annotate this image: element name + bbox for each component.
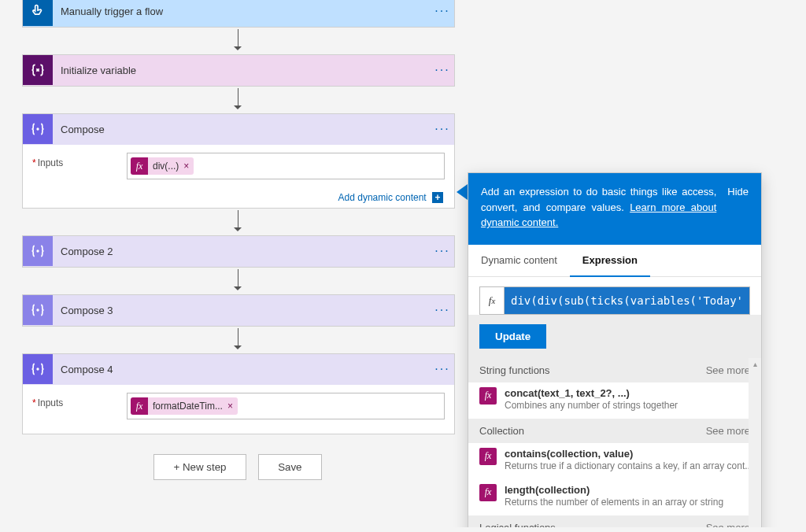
save-button[interactable]: Save bbox=[258, 454, 321, 480]
init-var-title: Initialize variable bbox=[53, 65, 431, 76]
tab-expression[interactable]: Expression bbox=[570, 245, 650, 277]
fx-icon: fx bbox=[131, 397, 148, 415]
svg-point-1 bbox=[37, 250, 39, 252]
braces-icon bbox=[23, 55, 53, 85]
compose-icon bbox=[23, 236, 53, 266]
panel-scrollbar[interactable]: ▴ bbox=[749, 358, 761, 528]
hide-link[interactable]: Hide bbox=[727, 184, 749, 231]
flow-arrow bbox=[22, 28, 453, 54]
compose4-card[interactable]: Compose 4 ··· *Inputs fx formatDateTim..… bbox=[22, 353, 455, 434]
section-logical-functions: Logical functions bbox=[479, 522, 556, 528]
menu-dots-icon[interactable]: ··· bbox=[431, 122, 454, 136]
hand-tap-icon bbox=[23, 0, 53, 26]
expression-chip[interactable]: fx div(...) × bbox=[131, 157, 194, 175]
section-string-functions: String functions bbox=[479, 364, 550, 376]
fx-icon: fx bbox=[480, 287, 505, 314]
fx-icon: fx bbox=[479, 484, 497, 501]
scroll-up-icon[interactable]: ▴ bbox=[749, 358, 761, 371]
inputs-field[interactable]: fx formatDateTim... × bbox=[127, 393, 445, 419]
compose4-title: Compose 4 bbox=[53, 364, 431, 375]
chip-remove-icon[interactable]: × bbox=[183, 161, 189, 172]
new-step-button[interactable]: + New step bbox=[153, 454, 246, 480]
compose3-title: Compose 3 bbox=[53, 305, 431, 316]
compose2-title: Compose 2 bbox=[53, 246, 431, 257]
svg-point-3 bbox=[37, 368, 39, 370]
inputs-field[interactable]: fx div(...) × bbox=[127, 153, 445, 179]
chip-remove-icon[interactable]: × bbox=[227, 401, 233, 412]
svg-point-0 bbox=[37, 128, 39, 130]
see-more-link[interactable]: See more bbox=[706, 425, 750, 437]
flow-arrow bbox=[22, 268, 453, 294]
panel-pointer-icon bbox=[457, 184, 468, 200]
see-more-link[interactable]: See more bbox=[706, 522, 750, 528]
menu-dots-icon[interactable]: ··· bbox=[431, 244, 454, 258]
update-button[interactable]: Update bbox=[479, 324, 546, 349]
flow-arrow bbox=[22, 327, 453, 353]
menu-dots-icon[interactable]: ··· bbox=[431, 4, 454, 18]
trigger-title: Manually trigger a flow bbox=[53, 6, 431, 17]
compose-card[interactable]: Compose ··· *Inputs fx div(...) × Add dy… bbox=[22, 113, 455, 209]
menu-dots-icon[interactable]: ··· bbox=[431, 63, 454, 77]
panel-intro-text: Add an expression to do basic things lik… bbox=[481, 184, 716, 231]
fx-icon: fx bbox=[479, 387, 497, 405]
plus-icon[interactable]: + bbox=[432, 192, 443, 203]
compose-icon bbox=[23, 114, 53, 144]
init-var-card[interactable]: Initialize variable ··· bbox=[22, 54, 455, 87]
fn-item-concat[interactable]: fx concat(text_1, text_2?, ...) Combines… bbox=[468, 382, 761, 419]
compose-title: Compose bbox=[53, 124, 431, 135]
trigger-card[interactable]: Manually trigger a flow ··· bbox=[22, 0, 455, 28]
compose3-card[interactable]: Compose 3 ··· bbox=[22, 294, 455, 327]
menu-dots-icon[interactable]: ··· bbox=[431, 303, 454, 317]
flow-arrow bbox=[22, 209, 453, 235]
fn-item-length[interactable]: fx length(collection) Returns the number… bbox=[468, 479, 761, 515]
compose-icon bbox=[23, 295, 53, 325]
expression-panel: Add an expression to do basic things lik… bbox=[468, 172, 762, 527]
expression-chip[interactable]: fx formatDateTim... × bbox=[131, 397, 238, 415]
inputs-label: *Inputs bbox=[32, 153, 127, 168]
section-collection: Collection bbox=[479, 425, 524, 437]
tab-dynamic-content[interactable]: Dynamic content bbox=[468, 245, 570, 276]
flow-arrow bbox=[22, 87, 453, 113]
fx-icon: fx bbox=[131, 157, 148, 175]
inputs-label: *Inputs bbox=[32, 393, 127, 408]
fx-icon: fx bbox=[479, 448, 497, 465]
compose-icon bbox=[23, 354, 53, 384]
svg-point-2 bbox=[37, 309, 39, 311]
add-dynamic-content-link[interactable]: Add dynamic content bbox=[338, 192, 427, 203]
expression-input[interactable] bbox=[505, 287, 749, 314]
menu-dots-icon[interactable]: ··· bbox=[431, 362, 454, 376]
see-more-link[interactable]: See more bbox=[706, 364, 750, 376]
fn-item-contains[interactable]: fx contains(collection, value) Returns t… bbox=[468, 443, 761, 479]
compose2-card[interactable]: Compose 2 ··· bbox=[22, 235, 455, 268]
